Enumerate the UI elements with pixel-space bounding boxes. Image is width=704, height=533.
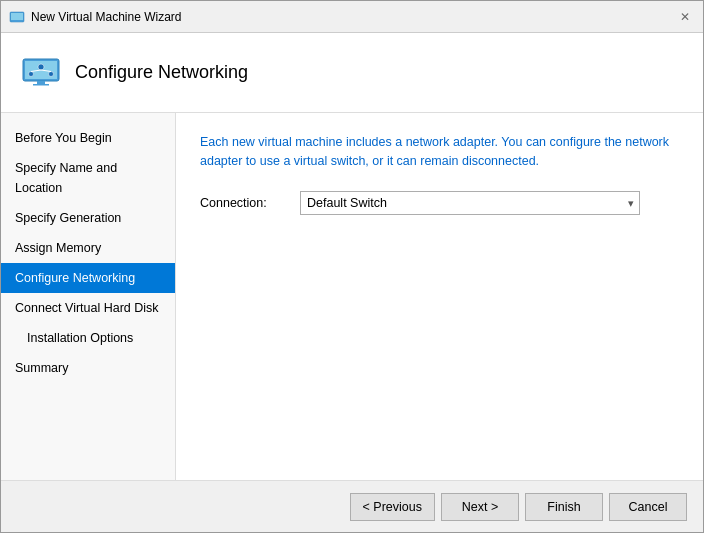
svg-rect-12 bbox=[33, 84, 49, 86]
cancel-button[interactable]: Cancel bbox=[609, 493, 687, 521]
sidebar-item-summary[interactable]: Summary bbox=[1, 353, 175, 383]
sidebar-item-configure-networking[interactable]: Configure Networking bbox=[1, 263, 175, 293]
sidebar-item-specify-name[interactable]: Specify Name and Location bbox=[1, 153, 175, 203]
finish-button[interactable]: Finish bbox=[525, 493, 603, 521]
wizard-content-area: Each new virtual machine includes a netw… bbox=[176, 113, 703, 480]
wizard-window: New Virtual Machine Wizard ✕ Configure N… bbox=[0, 0, 704, 533]
svg-point-7 bbox=[29, 71, 34, 76]
sidebar-item-connect-vhd[interactable]: Connect Virtual Hard Disk bbox=[1, 293, 175, 323]
wizard-header: Configure Networking bbox=[1, 33, 703, 113]
svg-point-6 bbox=[38, 64, 44, 70]
sidebar-item-before-you-begin[interactable]: Before You Begin bbox=[1, 123, 175, 153]
svg-rect-2 bbox=[14, 20, 20, 22]
description-text: Each new virtual machine includes a netw… bbox=[200, 133, 679, 171]
title-bar-text: New Virtual Machine Wizard bbox=[31, 10, 675, 24]
sidebar-item-installation-options[interactable]: Installation Options bbox=[1, 323, 175, 353]
connection-select[interactable]: Default Switch Not Connected bbox=[300, 191, 640, 215]
svg-rect-11 bbox=[37, 81, 45, 84]
connection-select-wrapper[interactable]: Default Switch Not Connected bbox=[300, 191, 640, 215]
connection-row: Connection: Default Switch Not Connected bbox=[200, 191, 679, 215]
title-bar: New Virtual Machine Wizard ✕ bbox=[1, 1, 703, 33]
content-panel: Each new virtual machine includes a netw… bbox=[176, 113, 703, 480]
wizard-icon bbox=[9, 9, 25, 25]
previous-button[interactable]: < Previous bbox=[350, 493, 435, 521]
wizard-body: Before You Begin Specify Name and Locati… bbox=[1, 113, 703, 480]
sidebar-item-specify-generation[interactable]: Specify Generation bbox=[1, 203, 175, 233]
next-button[interactable]: Next > bbox=[441, 493, 519, 521]
connection-label: Connection: bbox=[200, 196, 290, 210]
header-icon bbox=[21, 53, 61, 93]
close-button[interactable]: ✕ bbox=[675, 7, 695, 27]
wizard-footer: < Previous Next > Finish Cancel bbox=[1, 480, 703, 532]
svg-rect-1 bbox=[11, 13, 23, 20]
svg-point-8 bbox=[49, 71, 54, 76]
page-title: Configure Networking bbox=[75, 62, 248, 83]
svg-rect-3 bbox=[12, 21, 22, 22]
sidebar-item-assign-memory[interactable]: Assign Memory bbox=[1, 233, 175, 263]
wizard-nav: Before You Begin Specify Name and Locati… bbox=[1, 113, 176, 480]
